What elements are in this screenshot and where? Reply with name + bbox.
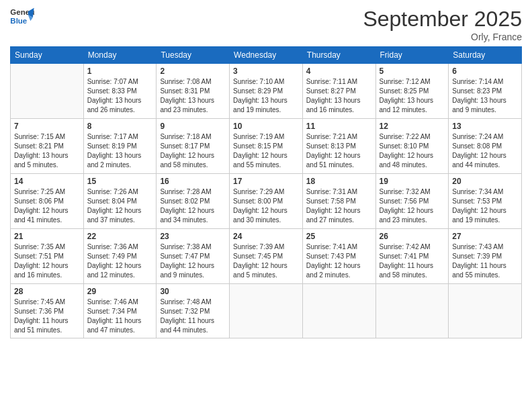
day-number: 25 [306,232,372,241]
calendar-cell: 24Sunrise: 7:39 AMSunset: 7:45 PMDayligh… [230,229,303,284]
calendar-cell: 1Sunrise: 7:07 AMSunset: 8:33 PMDaylight… [83,64,157,119]
day-number: 11 [306,122,372,131]
day-info: Sunrise: 7:24 AMSunset: 8:08 PMDaylight:… [452,132,518,170]
day-info: Sunrise: 7:22 AMSunset: 8:10 PMDaylight:… [380,132,445,170]
day-info: Sunrise: 7:15 AMSunset: 8:21 PMDaylight:… [14,132,80,170]
day-info: Sunrise: 7:29 AMSunset: 8:00 PMDaylight:… [233,187,299,225]
day-number: 3 [233,66,299,76]
day-number: 10 [233,122,299,131]
calendar-cell: 4Sunrise: 7:11 AMSunset: 8:27 PMDaylight… [302,64,375,119]
day-info: Sunrise: 7:21 AMSunset: 8:13 PMDaylight:… [306,132,372,170]
day-info: Sunrise: 7:08 AMSunset: 8:31 PMDaylight:… [160,77,226,115]
page-container: General Blue September 2025 Orly, France… [0,0,532,345]
day-number: 30 [160,287,226,296]
calendar-cell: 30Sunrise: 7:48 AMSunset: 7:32 PMDayligh… [157,284,230,338]
day-number: 12 [380,122,445,131]
day-info: Sunrise: 7:35 AMSunset: 7:51 PMDaylight:… [14,242,80,280]
day-number: 15 [87,177,153,186]
day-info: Sunrise: 7:11 AMSunset: 8:27 PMDaylight:… [306,77,372,115]
day-info: Sunrise: 7:10 AMSunset: 8:29 PMDaylight:… [233,77,299,115]
day-number: 4 [306,66,372,76]
day-info: Sunrise: 7:42 AMSunset: 7:41 PMDaylight:… [380,242,445,280]
calendar-cell: 22Sunrise: 7:36 AMSunset: 7:49 PMDayligh… [83,229,157,284]
day-info: Sunrise: 7:46 AMSunset: 7:34 PMDaylight:… [87,298,153,335]
day-number: 28 [14,287,80,296]
calendar-cell: 19Sunrise: 7:32 AMSunset: 7:56 PMDayligh… [375,174,449,229]
calendar-cell [11,64,84,119]
day-info: Sunrise: 7:18 AMSunset: 8:17 PMDaylight:… [160,132,226,170]
day-info: Sunrise: 7:38 AMSunset: 7:47 PMDaylight:… [160,242,226,280]
day-number: 26 [380,232,445,241]
day-number: 17 [233,177,299,186]
day-number: 22 [87,232,153,241]
calendar-cell: 3Sunrise: 7:10 AMSunset: 8:29 PMDaylight… [230,64,303,119]
day-number: 1 [87,66,153,76]
day-number: 27 [452,232,518,241]
month-title: September 2025 [363,7,522,32]
calendar-cell: 23Sunrise: 7:38 AMSunset: 7:47 PMDayligh… [157,229,230,284]
header-sunday: Sunday [11,47,84,64]
weekday-header-row: Sunday Monday Tuesday Wednesday Thursday… [11,47,522,64]
svg-text:Blue: Blue [10,17,27,25]
day-info: Sunrise: 7:31 AMSunset: 7:58 PMDaylight:… [306,187,372,225]
month-info: September 2025 Orly, France [363,7,522,42]
header-wednesday: Wednesday [230,47,303,64]
day-number: 5 [380,66,445,76]
header-monday: Monday [83,47,157,64]
calendar-cell: 12Sunrise: 7:22 AMSunset: 8:10 PMDayligh… [375,119,449,174]
header-thursday: Thursday [302,47,375,64]
day-info: Sunrise: 7:25 AMSunset: 8:06 PMDaylight:… [14,187,80,225]
day-number: 24 [233,232,299,241]
day-number: 6 [452,66,518,76]
day-info: Sunrise: 7:34 AMSunset: 7:53 PMDaylight:… [452,187,518,225]
day-number: 13 [452,122,518,131]
day-info: Sunrise: 7:14 AMSunset: 8:23 PMDaylight:… [452,77,518,115]
calendar-cell: 16Sunrise: 7:28 AMSunset: 8:02 PMDayligh… [157,174,230,229]
calendar-cell: 6Sunrise: 7:14 AMSunset: 8:23 PMDaylight… [449,64,522,119]
calendar-cell [230,284,303,338]
day-info: Sunrise: 7:39 AMSunset: 7:45 PMDaylight:… [233,242,299,280]
day-number: 29 [87,287,153,296]
day-info: Sunrise: 7:19 AMSunset: 8:15 PMDaylight:… [233,132,299,170]
calendar-cell: 11Sunrise: 7:21 AMSunset: 8:13 PMDayligh… [302,119,375,174]
header-saturday: Saturday [449,47,522,64]
calendar-cell: 10Sunrise: 7:19 AMSunset: 8:15 PMDayligh… [230,119,303,174]
day-number: 8 [87,122,153,131]
day-info: Sunrise: 7:28 AMSunset: 8:02 PMDaylight:… [160,187,226,225]
day-number: 2 [160,66,226,76]
day-info: Sunrise: 7:26 AMSunset: 8:04 PMDaylight:… [87,187,153,225]
calendar-cell: 2Sunrise: 7:08 AMSunset: 8:31 PMDaylight… [157,64,230,119]
day-info: Sunrise: 7:43 AMSunset: 7:39 PMDaylight:… [452,242,518,280]
calendar-cell [302,284,375,338]
day-number: 19 [380,177,445,186]
day-number: 18 [306,177,372,186]
header: General Blue September 2025 Orly, France [10,7,522,42]
day-number: 20 [452,177,518,186]
day-number: 7 [14,122,80,131]
calendar-cell: 5Sunrise: 7:12 AMSunset: 8:25 PMDaylight… [375,64,449,119]
day-info: Sunrise: 7:32 AMSunset: 7:56 PMDaylight:… [380,187,445,225]
calendar-cell: 27Sunrise: 7:43 AMSunset: 7:39 PMDayligh… [449,229,522,284]
calendar-cell: 15Sunrise: 7:26 AMSunset: 8:04 PMDayligh… [83,174,157,229]
calendar-cell [449,284,522,338]
calendar-cell: 17Sunrise: 7:29 AMSunset: 8:00 PMDayligh… [230,174,303,229]
day-info: Sunrise: 7:17 AMSunset: 8:19 PMDaylight:… [87,132,153,170]
calendar-cell: 26Sunrise: 7:42 AMSunset: 7:41 PMDayligh… [375,229,449,284]
calendar-cell: 20Sunrise: 7:34 AMSunset: 7:53 PMDayligh… [449,174,522,229]
day-info: Sunrise: 7:48 AMSunset: 7:32 PMDaylight:… [160,298,226,335]
header-friday: Friday [375,47,449,64]
location: Orly, France [363,32,522,42]
calendar-cell: 29Sunrise: 7:46 AMSunset: 7:34 PMDayligh… [83,284,157,338]
day-info: Sunrise: 7:12 AMSunset: 8:25 PMDaylight:… [380,77,445,115]
calendar-cell [375,284,449,338]
calendar-cell: 7Sunrise: 7:15 AMSunset: 8:21 PMDaylight… [11,119,84,174]
calendar-table: Sunday Monday Tuesday Wednesday Thursday… [10,46,522,338]
calendar-cell: 9Sunrise: 7:18 AMSunset: 8:17 PMDaylight… [157,119,230,174]
day-info: Sunrise: 7:36 AMSunset: 7:49 PMDaylight:… [87,242,153,280]
calendar-cell: 25Sunrise: 7:41 AMSunset: 7:43 PMDayligh… [302,229,375,284]
calendar-cell: 13Sunrise: 7:24 AMSunset: 8:08 PMDayligh… [449,119,522,174]
day-number: 14 [14,177,80,186]
calendar-cell: 18Sunrise: 7:31 AMSunset: 7:58 PMDayligh… [302,174,375,229]
calendar-cell: 28Sunrise: 7:45 AMSunset: 7:36 PMDayligh… [11,284,84,338]
day-number: 16 [160,177,226,186]
